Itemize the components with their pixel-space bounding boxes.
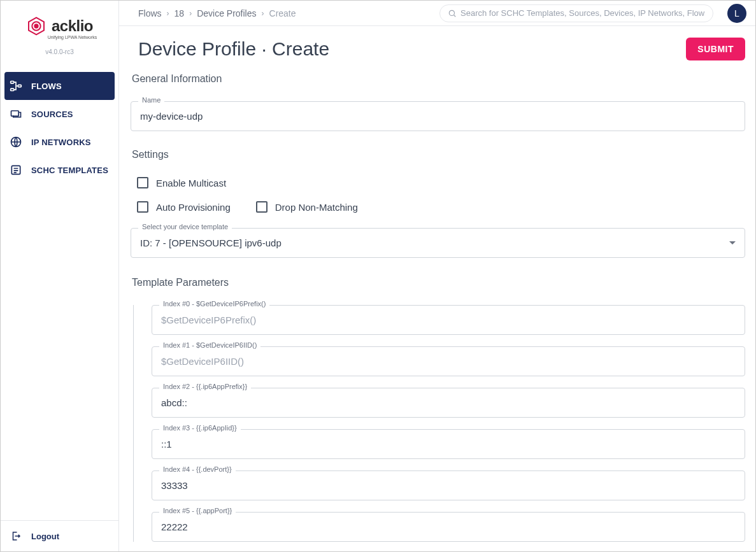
breadcrumb: Flows › 18 › Device Profiles › Create <box>138 8 296 18</box>
svg-rect-5 <box>18 85 21 87</box>
brand-version: v4.0.0-rc3 <box>45 48 73 55</box>
chevron-right-icon: › <box>262 9 264 18</box>
avatar[interactable]: L <box>727 4 746 23</box>
sidebar-item-schc-templates[interactable]: SCHC TEMPLATES <box>1 156 118 184</box>
section-params-title: Template Parameters <box>132 277 745 288</box>
brand-name: acklio <box>52 17 93 35</box>
template-select-label: Select your device template <box>138 223 232 230</box>
brand: acklio Unifying LPWA Networks v4.0.0-rc3 <box>1 1 118 60</box>
param-input-2[interactable] <box>152 388 745 418</box>
main-nav: FLOWS SOURCES IP NETWORKS <box>1 72 118 184</box>
page-title: Device Profile · Create <box>138 38 329 60</box>
brand-tagline: Unifying LPWA Networks <box>48 35 97 39</box>
sidebar-item-label: SOURCES <box>31 110 73 119</box>
checkbox-icon <box>256 201 267 213</box>
ip-networks-icon <box>10 136 22 148</box>
checkbox-icon <box>137 201 148 213</box>
template-select-field: Select your device template ID: 7 - [OPE… <box>131 228 745 258</box>
logout-button[interactable]: Logout <box>10 530 110 542</box>
drop-non-matching-checkbox[interactable]: Drop Non-Matching <box>256 201 358 213</box>
sidebar-item-sources[interactable]: SOURCES <box>1 100 118 128</box>
param-field-1: Index #1 - $GetDeviceIP6IID() <box>152 346 745 376</box>
search-box[interactable] <box>439 4 713 22</box>
svg-rect-6 <box>11 111 19 116</box>
brand-logo-icon <box>26 16 46 36</box>
param-label: Index #2 - {{.ip6AppPrefix}} <box>159 383 251 390</box>
chevron-right-icon: › <box>189 9 192 18</box>
topbar: Flows › 18 › Device Profiles › Create L <box>119 1 755 26</box>
auto-provisioning-checkbox[interactable]: Auto Provisioning <box>137 201 231 213</box>
svg-rect-3 <box>11 81 14 83</box>
params-list: Index #0 - $GetDeviceIP6Prefix() Index #… <box>133 305 745 542</box>
name-field: Name <box>131 101 745 131</box>
sources-icon <box>10 108 22 120</box>
template-select[interactable]: ID: 7 - [OPENSOURCE] ipv6-udp <box>131 228 745 258</box>
sidebar-item-label: SCHC TEMPLATES <box>31 166 108 175</box>
section-settings-title: Settings <box>132 149 745 160</box>
submit-button[interactable]: SUBMIT <box>686 38 745 60</box>
name-input[interactable] <box>131 101 745 131</box>
checkbox-icon <box>137 177 148 188</box>
param-field-5: Index #5 - {{.appPort}} <box>152 512 745 542</box>
param-field-4: Index #4 - {{.devPort}} <box>152 471 745 500</box>
enable-multicast-checkbox[interactable]: Enable Multicast <box>137 177 226 188</box>
param-label: Index #5 - {{.appPort}} <box>159 507 236 514</box>
param-field-3: Index #3 - {{.ip6AppIid}} <box>152 429 745 459</box>
param-input-1[interactable] <box>152 346 745 376</box>
sidebar-item-label: FLOWS <box>31 81 62 91</box>
logout-icon <box>10 530 22 542</box>
chevron-right-icon: › <box>167 9 169 18</box>
param-input-3[interactable] <box>152 429 745 459</box>
enable-multicast-label: Enable Multicast <box>156 178 226 188</box>
breadcrumb-flows[interactable]: Flows <box>138 8 162 18</box>
avatar-initial: L <box>734 8 739 18</box>
name-label: Name <box>138 96 164 104</box>
svg-rect-4 <box>11 88 14 90</box>
param-label: Index #4 - {{.devPort}} <box>159 465 236 473</box>
flows-icon <box>10 80 22 92</box>
drop-non-matching-label: Drop Non-Matching <box>275 202 358 213</box>
breadcrumb-current: Create <box>269 8 296 18</box>
param-label: Index #0 - $GetDeviceIP6Prefix() <box>159 300 269 308</box>
svg-point-2 <box>34 24 38 27</box>
sidebar-item-label: IP NETWORKS <box>31 138 91 147</box>
breadcrumb-18[interactable]: 18 <box>175 8 185 18</box>
sidebar-item-flows[interactable]: FLOWS <box>4 72 115 100</box>
search-input[interactable] <box>460 8 705 18</box>
search-icon <box>448 9 457 18</box>
param-field-0: Index #0 - $GetDeviceIP6Prefix() <box>152 305 745 335</box>
auto-provisioning-label: Auto Provisioning <box>156 202 231 213</box>
template-select-value: ID: 7 - [OPENSOURCE] ipv6-udp <box>140 237 282 248</box>
param-field-2: Index #2 - {{.ip6AppPrefix}} <box>152 388 745 418</box>
param-label: Index #1 - $GetDeviceIP6IID() <box>159 341 260 349</box>
sidebar-item-ip-networks[interactable]: IP NETWORKS <box>1 128 118 156</box>
param-input-0[interactable] <box>152 305 745 335</box>
breadcrumb-device-profiles[interactable]: Device Profiles <box>197 8 256 18</box>
param-input-5[interactable] <box>152 512 745 542</box>
svg-point-9 <box>449 10 454 15</box>
param-label: Index #3 - {{.ip6AppIid}} <box>159 424 241 432</box>
schc-templates-icon <box>10 164 22 176</box>
logout-label: Logout <box>31 532 59 541</box>
param-input-4[interactable] <box>152 471 745 500</box>
section-general-title: General Information <box>132 73 745 85</box>
sidebar: acklio Unifying LPWA Networks v4.0.0-rc3… <box>1 1 119 551</box>
chevron-down-icon <box>729 241 736 244</box>
